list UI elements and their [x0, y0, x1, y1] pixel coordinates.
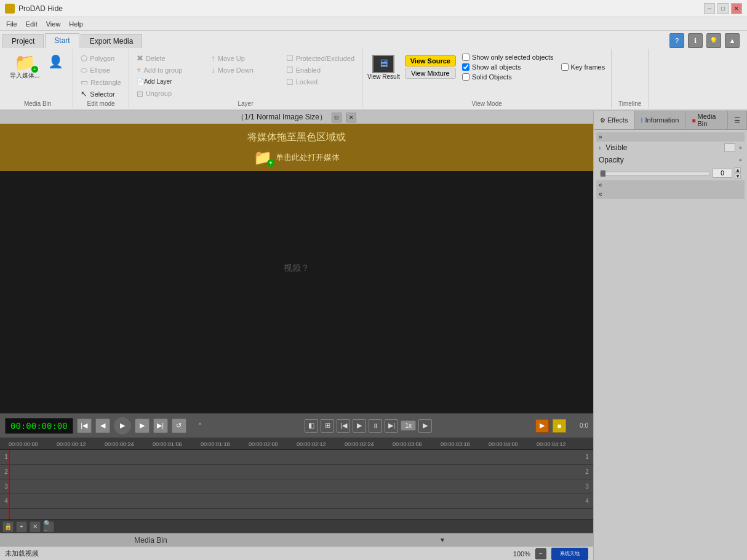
opacity-value-input[interactable] — [713, 169, 732, 178]
delete-button[interactable]: ✖ Delete — [134, 53, 207, 63]
move-down-button[interactable]: ↓ Move Down — [209, 65, 282, 75]
track-body-4[interactable] — [12, 494, 593, 508]
protected-button[interactable]: ☐ Protected/Excluded — [284, 53, 357, 63]
enabled-button[interactable]: ☐ Enabled — [284, 65, 357, 75]
help-button[interactable]: ? — [669, 33, 684, 48]
open-media-button[interactable]: 📁 + 单击此处打开媒体 — [254, 149, 340, 166]
opacity-up-button[interactable]: ▲ — [735, 167, 741, 173]
tl-add-button[interactable]: + — [16, 521, 27, 532]
show-only-selected-check[interactable]: Show only selected objects — [461, 53, 555, 62]
more-button[interactable]: ▶ — [418, 419, 432, 433]
snap-button[interactable]: ◧ — [305, 419, 318, 433]
play-center-button[interactable]: ▶ — [353, 419, 366, 433]
menu-edit[interactable]: Edit — [22, 19, 41, 29]
keyframes-check[interactable]: Key frames — [560, 63, 607, 71]
caret-indicator: ^ — [199, 422, 202, 429]
tab-information[interactable]: ℹ Information — [634, 111, 685, 129]
visible-checkbox-area[interactable] — [724, 143, 735, 152]
media-bin-collapse-button[interactable]: ▼ — [297, 537, 588, 543]
tl-lock-button[interactable]: 🔒 — [2, 521, 14, 532]
add-layer-icon: 📄 — [137, 78, 144, 85]
ungroup-button[interactable]: ⊡ Ungroup — [134, 89, 207, 99]
canvas-area: （1/1 Normal Image Size） ⊟ ✕ 将媒体拖至黑色区域或 📁… — [0, 111, 593, 413]
view-result-label: View Result — [367, 73, 400, 80]
loop-button[interactable]: ↺ — [172, 418, 186, 433]
alert-button[interactable]: ▲ — [725, 33, 740, 48]
polygon-button[interactable]: ⬠ Polygon — [78, 53, 117, 63]
canvas-drop-area[interactable]: 将媒体拖至黑色区域或 📁 + 单击此处打开媒体 — [0, 124, 593, 171]
go-end-button[interactable]: ▶| — [153, 418, 168, 433]
canvas-expand-btn[interactable]: ✕ — [346, 113, 356, 122]
marker-button[interactable]: ⊞ — [321, 419, 334, 433]
add-to-group-icon: + — [137, 65, 142, 74]
canvas-minimize-btn[interactable]: ⊟ — [332, 113, 342, 122]
tab-effects[interactable]: ⚙ Effects — [594, 111, 634, 129]
ffwd-button[interactable]: ▶| — [385, 419, 398, 433]
selector-button[interactable]: ↖ Selector — [78, 89, 117, 99]
step-back-button[interactable]: ◀ — [95, 418, 110, 433]
chevron-row-3[interactable]: « — [596, 190, 745, 199]
chevron-row-2[interactable]: « — [596, 180, 745, 190]
maximize-button[interactable]: □ — [717, 3, 729, 14]
transport-bar: 00:00:00:00 |◀ ◀ ▶ ▶ ▶| ↺ ^ ◧ ⊞ |◀ ▶ ⏸ ▶… — [0, 413, 593, 438]
add-layer-button[interactable]: 📄 Add Layer — [134, 77, 207, 86]
expand-row-1[interactable]: » — [596, 132, 745, 142]
edit-mode-inner: ⬠ Polygon ⬭ Ellipse ▭ Rectangle ↖ — [78, 50, 124, 99]
tl-zoom-out-button[interactable]: 🔍− — [43, 521, 54, 532]
timecode-display: 00:00:00:00 — [5, 418, 73, 434]
ellipse-button[interactable]: ⬭ Ellipse — [78, 65, 112, 76]
track-body-3[interactable] — [12, 479, 593, 494]
canvas-viewport[interactable]: 将媒体拖至黑色区域或 📁 + 单击此处打开媒体 视频？ — [0, 124, 593, 413]
mark-in-button[interactable]: ▶ — [535, 419, 549, 433]
solid-objects-input[interactable] — [462, 73, 469, 81]
import-media-button[interactable]: 📁+ 导入媒体... — [7, 53, 42, 81]
locked-button[interactable]: ☐ Locked — [284, 77, 357, 87]
menu-help[interactable]: Help — [65, 19, 87, 29]
show-all-objects-check[interactable]: Show all objects — [461, 63, 555, 71]
pause-button[interactable]: ⏸ — [369, 419, 382, 433]
menu-file[interactable]: File — [2, 19, 21, 29]
speed-button[interactable]: 1x — [401, 420, 416, 431]
rewind-button[interactable]: |◀ — [337, 419, 350, 433]
ribbon-group-edit-mode: ⬠ Polygon ⬭ Ellipse ▭ Rectangle ↖ — [73, 49, 129, 108]
keyframes-input[interactable] — [561, 63, 569, 71]
titlebar: ProDAD Hide ─ □ ✕ — [0, 0, 747, 17]
go-start-button[interactable]: |◀ — [77, 418, 92, 433]
tl-delete-button[interactable]: ✕ — [30, 521, 41, 532]
mark-out-button[interactable]: ■ — [553, 419, 566, 433]
track-body-1[interactable] — [12, 450, 593, 464]
ribbon: Project Start Export Media ? ℹ 💡 ▲ — [0, 31, 747, 111]
playhead — [9, 450, 10, 519]
right-panel-content: » › Visible ● Opacity ● — [594, 130, 747, 560]
add-to-group-button[interactable]: + Add to group — [134, 65, 207, 75]
track-body-2[interactable] — [12, 465, 593, 479]
move-up-button[interactable]: ↑ Move Up — [209, 53, 282, 63]
play-button[interactable]: ▶ — [114, 417, 131, 434]
menu-view[interactable]: View — [42, 19, 65, 29]
media-bin-extra-button[interactable]: 👤 — [43, 53, 68, 70]
zoom-out-status-button[interactable]: − — [535, 548, 546, 559]
close-button[interactable]: ✕ — [731, 3, 742, 14]
opacity-slider-track[interactable] — [600, 172, 710, 175]
tab-export[interactable]: Export Media — [81, 34, 143, 48]
right-panel-collapse[interactable]: ☰ — [728, 111, 747, 129]
view-result-area[interactable]: 🖥 View Result — [367, 55, 400, 80]
tab-media-bin[interactable]: ■ Media Bin — [685, 111, 728, 129]
xtongtiandi-logo: 系统天地 — [551, 548, 588, 560]
view-checkboxes: Show only selected objects Show all obje… — [461, 53, 555, 81]
view-source-button[interactable]: View Source — [405, 55, 456, 66]
solid-objects-check[interactable]: Solid Objects — [461, 73, 555, 81]
view-mixture-button[interactable]: View Mixture — [405, 68, 456, 79]
rectangle-button[interactable]: ▭ Rectangle — [78, 77, 124, 87]
show-all-objects-input[interactable] — [462, 63, 469, 71]
opacity-down-button[interactable]: ▼ — [735, 174, 741, 179]
tab-start[interactable]: Start — [45, 33, 79, 48]
tab-project[interactable]: Project — [2, 34, 44, 48]
info-button[interactable]: ℹ — [688, 33, 703, 48]
step-forward-button[interactable]: ▶ — [135, 418, 150, 433]
expand-visible-icon[interactable]: › — [599, 145, 601, 151]
minimize-button[interactable]: ─ — [704, 3, 715, 14]
show-only-selected-input[interactable] — [462, 54, 469, 61]
opacity-slider-handle[interactable] — [601, 170, 605, 177]
lamp-button[interactable]: 💡 — [706, 33, 721, 48]
